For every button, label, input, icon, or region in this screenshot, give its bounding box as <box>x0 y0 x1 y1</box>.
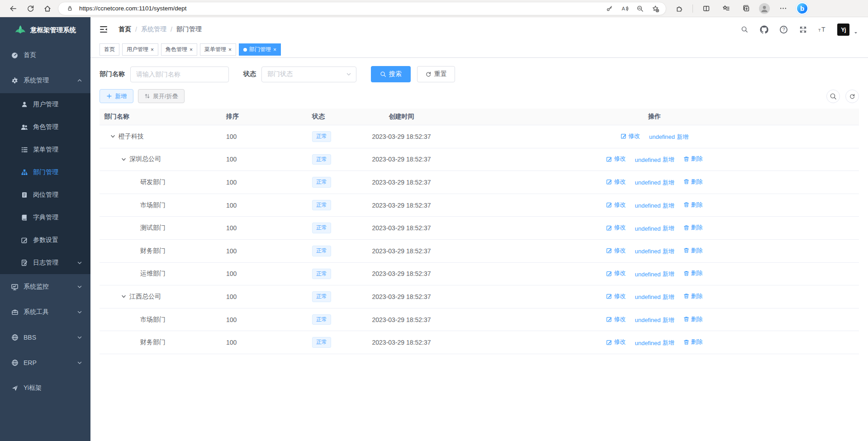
add-link[interactable]: undefined新增 <box>635 316 674 324</box>
tab-部门管理[interactable]: 部门管理× <box>239 43 281 56</box>
sidebar-item-log-mgmt[interactable]: 日志管理 <box>0 251 90 274</box>
edit-link[interactable]: 修改 <box>606 315 626 323</box>
edit-link[interactable]: 修改 <box>606 338 626 346</box>
edit-link[interactable]: 修改 <box>606 292 626 300</box>
close-icon[interactable]: × <box>151 47 154 52</box>
read-aloud-icon[interactable]: A <box>619 3 631 14</box>
delete-link[interactable]: 删除 <box>683 315 703 323</box>
delete-link[interactable]: 删除 <box>683 338 703 346</box>
extensions-icon[interactable] <box>673 2 686 15</box>
add-link[interactable]: undefined新增 <box>635 293 674 301</box>
add-link[interactable]: undefined新增 <box>635 270 674 278</box>
sidebar-item-param-settings[interactable]: 参数设置 <box>0 229 90 251</box>
created-time: 2023-03-29 18:52:37 <box>353 148 450 171</box>
op-label: 新增 <box>663 179 674 187</box>
add-link[interactable]: undefined新增 <box>635 156 674 164</box>
favorites-icon[interactable] <box>719 2 733 15</box>
add-icon: undefined <box>635 179 660 186</box>
add-link[interactable]: undefined新增 <box>635 224 674 232</box>
sidebar-item-home[interactable]: 首页 <box>0 43 90 68</box>
header-search-icon[interactable] <box>740 25 749 34</box>
delete-link[interactable]: 删除 <box>683 178 703 186</box>
browser-home-button[interactable] <box>41 2 54 15</box>
tree-expand-icon[interactable] <box>121 157 129 162</box>
add-link[interactable]: undefined新增 <box>635 247 674 256</box>
tab-用户管理[interactable]: 用户管理× <box>122 43 158 56</box>
expand-collapse-button[interactable]: 展开/折叠 <box>138 89 185 103</box>
sidebar-item-system-mgmt[interactable]: 系统管理 <box>0 68 90 93</box>
delete-link[interactable]: 删除 <box>683 201 703 209</box>
sidebar-toggle-icon[interactable] <box>99 24 109 34</box>
lock-icon[interactable] <box>64 3 76 14</box>
search-button[interactable]: 搜索 <box>371 66 411 82</box>
delete-link[interactable]: 删除 <box>683 247 703 255</box>
op-label: 删除 <box>691 155 703 163</box>
sidebar-item-user-mgmt[interactable]: 用户管理 <box>0 93 90 116</box>
sidebar-item-system-monitor[interactable]: 系统监控 <box>0 274 90 299</box>
edit-link[interactable]: 修改 <box>606 201 626 209</box>
profile-avatar[interactable] <box>759 3 770 14</box>
tree-expand-icon[interactable] <box>121 294 129 299</box>
add-link[interactable]: undefined新增 <box>635 339 674 347</box>
split-screen-icon[interactable] <box>699 2 713 15</box>
edit-link[interactable]: 修改 <box>606 178 626 186</box>
more-menu-icon[interactable] <box>776 2 790 15</box>
password-key-icon[interactable] <box>603 3 615 14</box>
sidebar-item-yi-framework[interactable]: Yi框架 <box>0 375 90 401</box>
add-link[interactable]: undefined新增 <box>649 133 688 141</box>
edit-link[interactable]: 修改 <box>606 247 626 255</box>
zoom-out-icon[interactable] <box>634 3 646 14</box>
sidebar-item-system-tools[interactable]: 系统工具 <box>0 299 90 325</box>
browser-reload-button[interactable] <box>24 2 37 15</box>
fullscreen-icon[interactable] <box>798 25 807 34</box>
tab-角色管理[interactable]: 角色管理× <box>161 43 197 56</box>
search-form: 部门名称 状态 部门状态 搜索 重置 <box>100 66 859 82</box>
sidebar-item-dict-mgmt[interactable]: 字典管理 <box>0 206 90 229</box>
sidebar-item-erp[interactable]: ERP <box>0 350 90 375</box>
edit-link[interactable]: 修改 <box>621 132 640 140</box>
sidebar-item-dept-mgmt[interactable]: 部门管理 <box>0 161 90 184</box>
add-button[interactable]: 新增 <box>100 89 133 103</box>
add-link[interactable]: undefined新增 <box>635 179 674 187</box>
reset-button[interactable]: 重置 <box>417 66 455 82</box>
url-text[interactable]: https://ccnetcore.com:1101/system/dept <box>79 5 600 12</box>
op-label: 删除 <box>691 338 703 346</box>
app-logo[interactable]: 意框架管理系统 <box>0 17 90 43</box>
delete-link[interactable]: 删除 <box>683 292 703 300</box>
tree-expand-icon[interactable] <box>110 134 119 139</box>
delete-link[interactable]: 删除 <box>683 155 703 163</box>
sidebar-item-role-mgmt[interactable]: 角色管理 <box>0 116 90 138</box>
user-avatar-logo[interactable]: Yj <box>837 24 849 36</box>
sidebar-item-post-mgmt[interactable]: 岗位管理 <box>0 184 90 206</box>
font-size-icon[interactable]: TT <box>818 25 827 34</box>
tab-首页[interactable]: 首页 <box>100 43 119 56</box>
refresh-table-button[interactable] <box>845 90 859 103</box>
delete-link[interactable]: 删除 <box>683 223 703 232</box>
table-header-row: 部门名称 排序 状态 创建时间 操作 <box>100 109 859 125</box>
delete-link[interactable]: 删除 <box>683 269 703 277</box>
edit-link[interactable]: 修改 <box>606 155 626 163</box>
dept-name-input[interactable] <box>130 66 229 82</box>
status-select[interactable]: 部门状态 <box>261 66 356 82</box>
add-favorite-icon[interactable] <box>650 3 661 14</box>
add-link[interactable]: undefined新增 <box>635 202 674 210</box>
edit-link[interactable]: 修改 <box>606 269 626 277</box>
tab-菜单管理[interactable]: 菜单管理× <box>200 43 236 56</box>
show-search-toggle-button[interactable] <box>826 90 840 103</box>
collections-icon[interactable] <box>739 2 753 15</box>
table-row: 市场部门100正常2023-03-29 18:52:37修改undefined新… <box>100 194 859 217</box>
bing-icon[interactable]: b <box>796 2 808 14</box>
help-icon[interactable]: ? <box>779 25 788 34</box>
close-icon[interactable]: × <box>228 47 232 52</box>
github-icon[interactable] <box>759 25 768 34</box>
sidebar-item-menu-mgmt[interactable]: 菜单管理 <box>0 138 90 161</box>
close-icon[interactable]: × <box>190 47 193 52</box>
address-bar[interactable]: https://ccnetcore.com:1101/system/dept A <box>58 2 666 15</box>
browser-back-button[interactable] <box>6 2 20 15</box>
dept-sort: 100 <box>222 171 308 194</box>
edit-link[interactable]: 修改 <box>606 223 626 232</box>
sidebar-item-bbs[interactable]: BBS <box>0 325 90 350</box>
close-icon[interactable]: × <box>273 47 276 52</box>
breadcrumb-home[interactable]: 首页 <box>119 25 131 33</box>
user-caret-down-icon[interactable] <box>854 30 858 35</box>
